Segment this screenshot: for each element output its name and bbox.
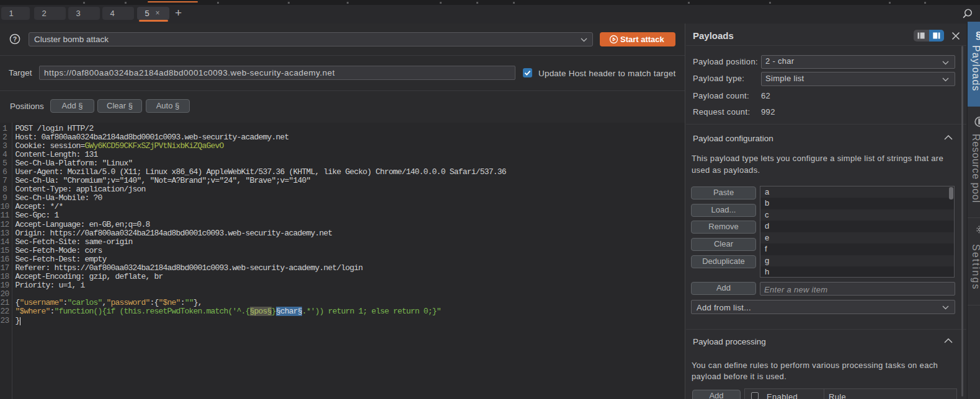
svg-text:?: ? [13,35,17,43]
